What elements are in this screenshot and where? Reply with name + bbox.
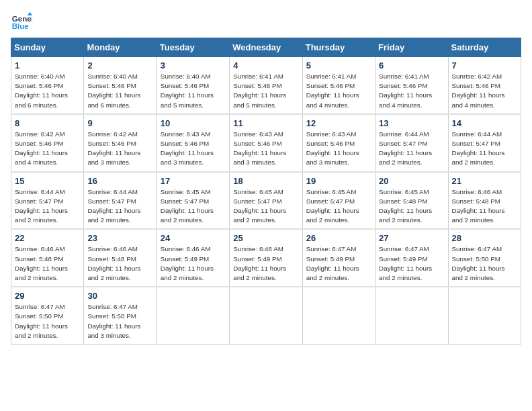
daylight-text: Daylight: 11 hours and 4 minutes. <box>15 149 68 166</box>
day-info: Sunrise: 6:44 AM Sunset: 5:47 PM Dayligh… <box>15 187 80 226</box>
day-info: Sunrise: 6:47 AM Sunset: 5:50 PM Dayligh… <box>452 244 517 283</box>
sunset-text: Sunset: 5:46 PM <box>306 82 355 89</box>
sunset-text: Sunset: 5:47 PM <box>379 140 427 147</box>
calendar-cell: 20 Sunrise: 6:45 AM Sunset: 5:48 PM Dayl… <box>375 172 448 230</box>
sunrise-text: Sunrise: 6:45 AM <box>379 188 429 195</box>
calendar-cell: 4 Sunrise: 6:41 AM Sunset: 5:46 PM Dayli… <box>230 57 302 114</box>
sunrise-text: Sunrise: 6:42 AM <box>87 130 138 138</box>
sunrise-text: Sunrise: 6:44 AM <box>379 130 429 138</box>
calendar-cell: 11 Sunrise: 6:43 AM Sunset: 5:46 PM Dayl… <box>230 114 302 172</box>
daylight-text: Daylight: 11 hours and 2 minutes. <box>452 265 505 281</box>
sunset-text: Sunset: 5:46 PM <box>15 82 63 89</box>
page-header: General Blue <box>11 11 521 32</box>
sunrise-text: Sunrise: 6:45 AM <box>161 188 211 195</box>
daylight-text: Daylight: 11 hours and 3 minutes. <box>87 322 140 339</box>
sunrise-text: Sunrise: 6:41 AM <box>379 73 429 80</box>
day-info: Sunrise: 6:47 AM Sunset: 5:49 PM Dayligh… <box>379 244 444 283</box>
calendar-cell: 30 Sunrise: 6:47 AM Sunset: 5:50 PM Dayl… <box>84 287 157 344</box>
calendar-cell: 22 Sunrise: 6:46 AM Sunset: 5:48 PM Dayl… <box>11 229 84 287</box>
day-info: Sunrise: 6:46 AM Sunset: 5:48 PM Dayligh… <box>87 244 152 283</box>
calendar-cell: 12 Sunrise: 6:43 AM Sunset: 5:46 PM Dayl… <box>302 114 375 172</box>
daylight-text: Daylight: 11 hours and 2 minutes. <box>452 207 505 224</box>
day-number: 22 <box>15 233 80 243</box>
calendar-cell: 7 Sunrise: 6:42 AM Sunset: 5:46 PM Dayli… <box>448 57 521 114</box>
day-info: Sunrise: 6:41 AM Sunset: 5:46 PM Dayligh… <box>306 72 371 110</box>
sunrise-text: Sunrise: 6:41 AM <box>233 73 283 80</box>
day-number: 7 <box>452 60 517 71</box>
sunset-text: Sunset: 5:49 PM <box>233 255 281 263</box>
sunrise-text: Sunrise: 6:47 AM <box>15 303 65 310</box>
sunset-text: Sunset: 5:46 PM <box>452 82 500 89</box>
daylight-text: Daylight: 11 hours and 2 minutes. <box>15 207 68 224</box>
day-number: 18 <box>233 176 298 186</box>
day-info: Sunrise: 6:40 AM Sunset: 5:46 PM Dayligh… <box>161 72 226 110</box>
day-info: Sunrise: 6:45 AM Sunset: 5:48 PM Dayligh… <box>379 187 444 226</box>
calendar-cell <box>375 287 448 344</box>
day-number: 20 <box>379 176 444 186</box>
calendar-cell: 18 Sunrise: 6:45 AM Sunset: 5:47 PM Dayl… <box>230 172 302 230</box>
daylight-text: Daylight: 11 hours and 3 minutes. <box>87 149 140 166</box>
sunset-text: Sunset: 5:46 PM <box>306 140 355 147</box>
day-number: 9 <box>87 118 152 128</box>
sunrise-text: Sunrise: 6:46 AM <box>87 245 138 253</box>
daylight-text: Daylight: 11 hours and 2 minutes. <box>161 207 214 224</box>
calendar-cell <box>230 287 302 344</box>
calendar-cell: 19 Sunrise: 6:45 AM Sunset: 5:47 PM Dayl… <box>302 172 375 230</box>
daylight-text: Daylight: 11 hours and 2 minutes. <box>452 149 505 166</box>
calendar-cell: 9 Sunrise: 6:42 AM Sunset: 5:46 PM Dayli… <box>84 114 157 172</box>
day-number: 14 <box>452 118 517 128</box>
day-number: 5 <box>306 60 371 71</box>
calendar-cell: 27 Sunrise: 6:47 AM Sunset: 5:49 PM Dayl… <box>375 229 448 287</box>
day-number: 29 <box>15 291 80 301</box>
sunset-text: Sunset: 5:48 PM <box>87 255 136 263</box>
calendar-cell: 26 Sunrise: 6:47 AM Sunset: 5:49 PM Dayl… <box>302 229 375 287</box>
day-number: 2 <box>87 60 152 71</box>
day-info: Sunrise: 6:41 AM Sunset: 5:46 PM Dayligh… <box>233 72 298 110</box>
calendar-table: SundayMondayTuesdayWednesdayThursdayFrid… <box>11 38 521 345</box>
daylight-text: Daylight: 11 hours and 2 minutes. <box>15 322 68 339</box>
day-number: 11 <box>233 118 298 128</box>
day-number: 21 <box>452 176 517 186</box>
sunset-text: Sunset: 5:46 PM <box>87 140 136 147</box>
calendar-cell: 8 Sunrise: 6:42 AM Sunset: 5:46 PM Dayli… <box>11 114 84 172</box>
daylight-text: Daylight: 11 hours and 5 minutes. <box>233 91 286 108</box>
sunset-text: Sunset: 5:46 PM <box>379 82 427 89</box>
calendar-cell <box>302 287 375 344</box>
daylight-text: Daylight: 11 hours and 2 minutes. <box>379 265 432 281</box>
sunset-text: Sunset: 5:47 PM <box>161 197 209 205</box>
day-number: 15 <box>15 176 80 186</box>
calendar-cell <box>448 287 521 344</box>
daylight-text: Daylight: 11 hours and 4 minutes. <box>306 91 359 108</box>
calendar-cell: 23 Sunrise: 6:46 AM Sunset: 5:48 PM Dayl… <box>84 229 157 287</box>
calendar-cell: 5 Sunrise: 6:41 AM Sunset: 5:46 PM Dayli… <box>302 57 375 114</box>
day-info: Sunrise: 6:47 AM Sunset: 5:50 PM Dayligh… <box>15 302 80 340</box>
day-info: Sunrise: 6:43 AM Sunset: 5:46 PM Dayligh… <box>233 130 298 168</box>
header-sunday: Sunday <box>11 38 84 57</box>
day-number: 10 <box>161 118 226 128</box>
day-info: Sunrise: 6:45 AM Sunset: 5:47 PM Dayligh… <box>233 187 298 226</box>
day-info: Sunrise: 6:46 AM Sunset: 5:48 PM Dayligh… <box>15 244 80 283</box>
sunset-text: Sunset: 5:49 PM <box>161 255 209 263</box>
sunrise-text: Sunrise: 6:45 AM <box>233 188 283 195</box>
sunset-text: Sunset: 5:46 PM <box>161 82 209 89</box>
day-number: 19 <box>306 176 371 186</box>
daylight-text: Daylight: 11 hours and 2 minutes. <box>379 149 432 166</box>
daylight-text: Daylight: 11 hours and 2 minutes. <box>87 265 140 281</box>
day-number: 23 <box>87 233 152 243</box>
sunset-text: Sunset: 5:47 PM <box>87 197 136 205</box>
sunrise-text: Sunrise: 6:47 AM <box>306 245 357 253</box>
sunset-text: Sunset: 5:46 PM <box>233 140 281 147</box>
day-info: Sunrise: 6:46 AM Sunset: 5:48 PM Dayligh… <box>452 187 517 226</box>
sunrise-text: Sunrise: 6:43 AM <box>161 130 211 138</box>
sunrise-text: Sunrise: 6:41 AM <box>306 73 357 80</box>
day-number: 27 <box>379 233 444 243</box>
day-number: 13 <box>379 118 444 128</box>
day-info: Sunrise: 6:44 AM Sunset: 5:47 PM Dayligh… <box>87 187 152 226</box>
calendar-week-row: 22 Sunrise: 6:46 AM Sunset: 5:48 PM Dayl… <box>11 229 521 287</box>
sunset-text: Sunset: 5:49 PM <box>306 255 355 263</box>
header-thursday: Thursday <box>302 38 375 57</box>
sunset-text: Sunset: 5:47 PM <box>306 197 355 205</box>
calendar-week-row: 15 Sunrise: 6:44 AM Sunset: 5:47 PM Dayl… <box>11 172 521 230</box>
calendar-cell: 10 Sunrise: 6:43 AM Sunset: 5:46 PM Dayl… <box>157 114 229 172</box>
day-info: Sunrise: 6:42 AM Sunset: 5:46 PM Dayligh… <box>87 130 152 168</box>
